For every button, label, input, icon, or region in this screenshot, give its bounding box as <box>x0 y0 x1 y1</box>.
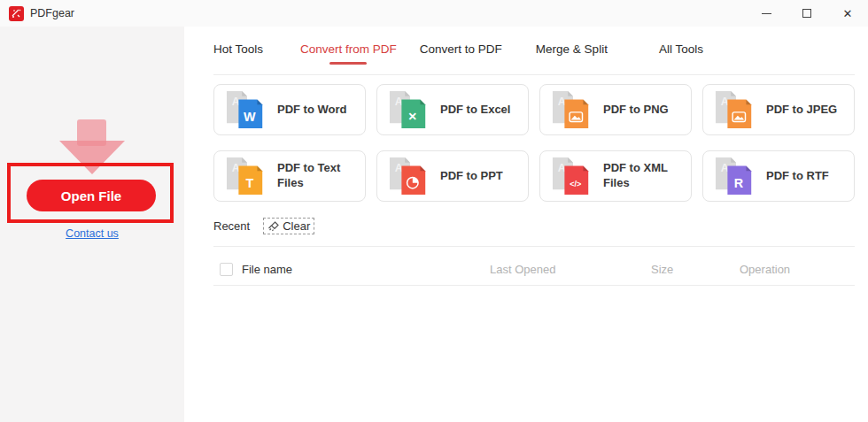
card-label: PDF to Excel <box>440 103 510 118</box>
card-pdf-to-png[interactable]: A PDF to PNG <box>539 84 692 135</box>
svg-text:✕: ✕ <box>408 111 417 123</box>
xml-code-icon: A </> <box>550 156 594 196</box>
card-pdf-to-xml[interactable]: A </> PDF to XML Files <box>539 150 692 202</box>
column-header-size: Size <box>651 263 673 276</box>
tab-convert-to-pdf[interactable]: Convert to PDF <box>420 42 502 65</box>
svg-text:A: A <box>232 96 240 108</box>
tab-convert-from-pdf[interactable]: Convert from PDF <box>300 42 397 65</box>
excel-file-icon: A ✕ <box>387 89 431 130</box>
card-label: PDF to XML Files <box>603 161 685 191</box>
minimize-button[interactable] <box>746 0 787 27</box>
column-header-operation: Operation <box>740 263 790 276</box>
png-image-icon: A <box>550 89 594 130</box>
jpeg-image-icon: A <box>713 89 757 130</box>
open-file-button[interactable]: Open File <box>27 180 156 211</box>
recent-divider <box>213 246 855 247</box>
svg-text:A: A <box>558 96 566 108</box>
svg-text:A: A <box>232 162 240 174</box>
tool-card-grid: A W PDF to Word A ✕ PDF to Excel <box>213 84 855 202</box>
maximize-button[interactable] <box>787 0 827 27</box>
tool-tabs: Hot Tools Convert from PDF Convert to PD… <box>213 42 703 65</box>
window-title: PDFgear <box>30 7 74 19</box>
sidebar: Open File Contact us <box>0 27 184 422</box>
column-header-last-opened: Last Opened <box>490 263 555 276</box>
svg-text:A: A <box>395 96 403 108</box>
card-label: PDF to JPEG <box>766 103 837 118</box>
main-panel: Hot Tools Convert from PDF Convert to PD… <box>184 27 868 422</box>
titlebar: PDFgear ✕ <box>0 0 868 27</box>
svg-text:T: T <box>245 176 253 190</box>
svg-text:A: A <box>558 162 566 174</box>
svg-text:A: A <box>395 162 403 174</box>
card-label: PDF to Text Files <box>277 161 359 191</box>
close-button[interactable]: ✕ <box>827 0 868 27</box>
clear-label: Clear <box>283 219 310 233</box>
minimize-icon <box>762 13 771 14</box>
text-file-icon: A T <box>224 156 268 196</box>
recent-section-header: Recent Clear <box>213 218 314 234</box>
svg-text:W: W <box>244 110 256 124</box>
ppt-pie-icon: A <box>387 156 431 196</box>
svg-text:R: R <box>734 176 744 190</box>
recent-files-table-header: File name Last Opened Size Operation <box>184 255 868 285</box>
card-pdf-to-rtf[interactable]: A R PDF to RTF <box>702 150 855 202</box>
recent-label: Recent <box>213 219 250 233</box>
card-pdf-to-excel[interactable]: A ✕ PDF to Excel <box>376 84 529 135</box>
column-header-file-name: File name <box>242 263 292 276</box>
maximize-icon <box>802 9 811 18</box>
card-label: PDF to PNG <box>603 103 669 118</box>
word-file-icon: A W <box>224 89 268 130</box>
clear-broom-icon <box>267 220 280 233</box>
rtf-file-icon: A R <box>713 156 757 196</box>
svg-text:A: A <box>721 162 729 174</box>
pdfgear-logo-icon <box>9 6 24 21</box>
card-pdf-to-word[interactable]: A W PDF to Word <box>213 84 366 135</box>
clear-recent-button[interactable]: Clear <box>263 218 314 234</box>
contact-us-link[interactable]: Contact us <box>0 227 184 240</box>
card-pdf-to-jpeg[interactable]: A PDF to JPEG <box>702 84 855 135</box>
table-header-divider <box>213 285 855 286</box>
select-all-checkbox[interactable] <box>220 263 233 276</box>
card-label: PDF to Word <box>277 103 346 118</box>
close-icon: ✕ <box>843 8 853 19</box>
svg-text:A: A <box>721 96 729 108</box>
tab-hot-tools[interactable]: Hot Tools <box>213 42 263 65</box>
card-label: PDF to PPT <box>440 169 503 184</box>
tab-merge-split[interactable]: Merge & Split <box>536 42 608 65</box>
card-pdf-to-text[interactable]: A T PDF to Text Files <box>213 150 366 202</box>
tab-all-tools[interactable]: All Tools <box>659 42 703 65</box>
pdfgear-window: PDFgear ✕ Open File Contact us Hot Tools… <box>0 0 868 422</box>
svg-text:</>: </> <box>570 180 581 188</box>
tabs-divider <box>213 74 855 75</box>
card-pdf-to-ppt[interactable]: A PDF to PPT <box>376 150 529 202</box>
card-label: PDF to RTF <box>766 169 829 184</box>
